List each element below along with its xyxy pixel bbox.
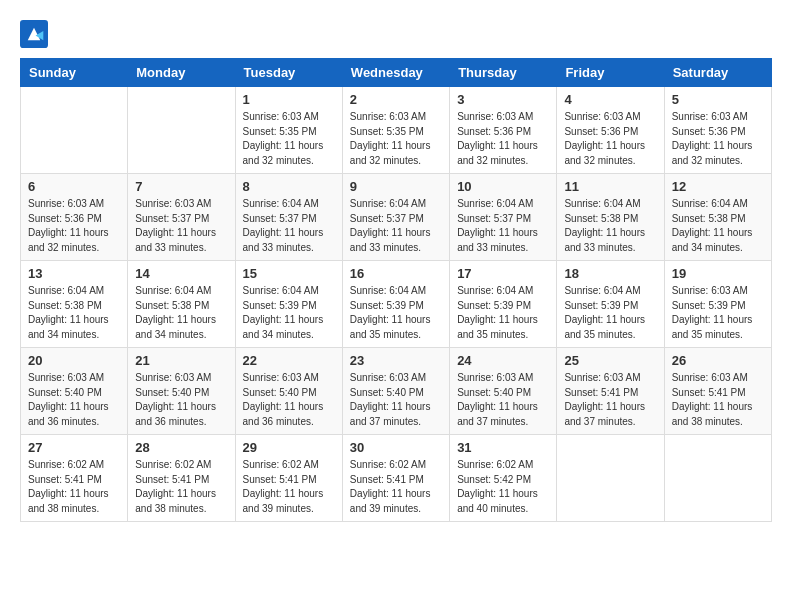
day-number: 30	[350, 440, 442, 455]
day-detail: Sunrise: 6:03 AMSunset: 5:36 PMDaylight:…	[28, 197, 120, 255]
calendar-cell: 17Sunrise: 6:04 AMSunset: 5:39 PMDayligh…	[450, 261, 557, 348]
day-detail: Sunrise: 6:04 AMSunset: 5:38 PMDaylight:…	[135, 284, 227, 342]
calendar-cell: 10Sunrise: 6:04 AMSunset: 5:37 PMDayligh…	[450, 174, 557, 261]
day-detail: Sunrise: 6:04 AMSunset: 5:37 PMDaylight:…	[457, 197, 549, 255]
logo-icon	[20, 20, 48, 48]
day-detail: Sunrise: 6:04 AMSunset: 5:38 PMDaylight:…	[672, 197, 764, 255]
calendar-cell: 21Sunrise: 6:03 AMSunset: 5:40 PMDayligh…	[128, 348, 235, 435]
calendar-cell: 20Sunrise: 6:03 AMSunset: 5:40 PMDayligh…	[21, 348, 128, 435]
calendar-week-3: 13Sunrise: 6:04 AMSunset: 5:38 PMDayligh…	[21, 261, 772, 348]
day-detail: Sunrise: 6:03 AMSunset: 5:36 PMDaylight:…	[457, 110, 549, 168]
day-number: 13	[28, 266, 120, 281]
weekday-header-thursday: Thursday	[450, 59, 557, 87]
calendar-cell: 8Sunrise: 6:04 AMSunset: 5:37 PMDaylight…	[235, 174, 342, 261]
calendar-table: SundayMondayTuesdayWednesdayThursdayFrid…	[20, 58, 772, 522]
day-detail: Sunrise: 6:03 AMSunset: 5:40 PMDaylight:…	[135, 371, 227, 429]
day-number: 26	[672, 353, 764, 368]
day-number: 16	[350, 266, 442, 281]
day-detail: Sunrise: 6:03 AMSunset: 5:40 PMDaylight:…	[243, 371, 335, 429]
weekday-header-row: SundayMondayTuesdayWednesdayThursdayFrid…	[21, 59, 772, 87]
calendar-cell: 7Sunrise: 6:03 AMSunset: 5:37 PMDaylight…	[128, 174, 235, 261]
day-detail: Sunrise: 6:02 AMSunset: 5:41 PMDaylight:…	[350, 458, 442, 516]
day-detail: Sunrise: 6:04 AMSunset: 5:37 PMDaylight:…	[243, 197, 335, 255]
calendar-cell: 22Sunrise: 6:03 AMSunset: 5:40 PMDayligh…	[235, 348, 342, 435]
day-detail: Sunrise: 6:04 AMSunset: 5:38 PMDaylight:…	[564, 197, 656, 255]
weekday-header-monday: Monday	[128, 59, 235, 87]
day-number: 2	[350, 92, 442, 107]
day-number: 28	[135, 440, 227, 455]
calendar-cell: 6Sunrise: 6:03 AMSunset: 5:36 PMDaylight…	[21, 174, 128, 261]
day-detail: Sunrise: 6:02 AMSunset: 5:42 PMDaylight:…	[457, 458, 549, 516]
calendar-cell: 9Sunrise: 6:04 AMSunset: 5:37 PMDaylight…	[342, 174, 449, 261]
calendar-cell: 11Sunrise: 6:04 AMSunset: 5:38 PMDayligh…	[557, 174, 664, 261]
day-detail: Sunrise: 6:04 AMSunset: 5:39 PMDaylight:…	[350, 284, 442, 342]
day-number: 9	[350, 179, 442, 194]
day-detail: Sunrise: 6:03 AMSunset: 5:40 PMDaylight:…	[350, 371, 442, 429]
calendar-cell: 1Sunrise: 6:03 AMSunset: 5:35 PMDaylight…	[235, 87, 342, 174]
day-detail: Sunrise: 6:02 AMSunset: 5:41 PMDaylight:…	[28, 458, 120, 516]
calendar-cell: 12Sunrise: 6:04 AMSunset: 5:38 PMDayligh…	[664, 174, 771, 261]
day-detail: Sunrise: 6:04 AMSunset: 5:39 PMDaylight:…	[457, 284, 549, 342]
day-detail: Sunrise: 6:04 AMSunset: 5:38 PMDaylight:…	[28, 284, 120, 342]
weekday-header-sunday: Sunday	[21, 59, 128, 87]
calendar-cell	[664, 435, 771, 522]
calendar-cell: 26Sunrise: 6:03 AMSunset: 5:41 PMDayligh…	[664, 348, 771, 435]
day-detail: Sunrise: 6:03 AMSunset: 5:41 PMDaylight:…	[672, 371, 764, 429]
calendar-cell: 19Sunrise: 6:03 AMSunset: 5:39 PMDayligh…	[664, 261, 771, 348]
day-detail: Sunrise: 6:04 AMSunset: 5:39 PMDaylight:…	[564, 284, 656, 342]
day-detail: Sunrise: 6:02 AMSunset: 5:41 PMDaylight:…	[243, 458, 335, 516]
day-detail: Sunrise: 6:03 AMSunset: 5:36 PMDaylight:…	[672, 110, 764, 168]
day-detail: Sunrise: 6:03 AMSunset: 5:37 PMDaylight:…	[135, 197, 227, 255]
day-number: 22	[243, 353, 335, 368]
day-number: 3	[457, 92, 549, 107]
day-number: 29	[243, 440, 335, 455]
day-number: 10	[457, 179, 549, 194]
day-number: 27	[28, 440, 120, 455]
calendar-cell	[128, 87, 235, 174]
calendar-cell: 2Sunrise: 6:03 AMSunset: 5:35 PMDaylight…	[342, 87, 449, 174]
page-header	[20, 20, 772, 48]
day-number: 11	[564, 179, 656, 194]
day-number: 14	[135, 266, 227, 281]
day-number: 21	[135, 353, 227, 368]
day-number: 12	[672, 179, 764, 194]
calendar-cell	[557, 435, 664, 522]
day-number: 25	[564, 353, 656, 368]
calendar-cell: 24Sunrise: 6:03 AMSunset: 5:40 PMDayligh…	[450, 348, 557, 435]
calendar-cell: 31Sunrise: 6:02 AMSunset: 5:42 PMDayligh…	[450, 435, 557, 522]
calendar-cell: 18Sunrise: 6:04 AMSunset: 5:39 PMDayligh…	[557, 261, 664, 348]
calendar-cell: 29Sunrise: 6:02 AMSunset: 5:41 PMDayligh…	[235, 435, 342, 522]
day-number: 6	[28, 179, 120, 194]
day-detail: Sunrise: 6:03 AMSunset: 5:36 PMDaylight:…	[564, 110, 656, 168]
calendar-week-5: 27Sunrise: 6:02 AMSunset: 5:41 PMDayligh…	[21, 435, 772, 522]
weekday-header-saturday: Saturday	[664, 59, 771, 87]
calendar-cell: 25Sunrise: 6:03 AMSunset: 5:41 PMDayligh…	[557, 348, 664, 435]
day-number: 24	[457, 353, 549, 368]
calendar-cell	[21, 87, 128, 174]
calendar-cell: 13Sunrise: 6:04 AMSunset: 5:38 PMDayligh…	[21, 261, 128, 348]
calendar-cell: 23Sunrise: 6:03 AMSunset: 5:40 PMDayligh…	[342, 348, 449, 435]
calendar-cell: 5Sunrise: 6:03 AMSunset: 5:36 PMDaylight…	[664, 87, 771, 174]
day-number: 1	[243, 92, 335, 107]
day-detail: Sunrise: 6:03 AMSunset: 5:41 PMDaylight:…	[564, 371, 656, 429]
calendar-cell: 28Sunrise: 6:02 AMSunset: 5:41 PMDayligh…	[128, 435, 235, 522]
logo	[20, 20, 52, 48]
day-detail: Sunrise: 6:04 AMSunset: 5:39 PMDaylight:…	[243, 284, 335, 342]
calendar-week-1: 1Sunrise: 6:03 AMSunset: 5:35 PMDaylight…	[21, 87, 772, 174]
calendar-cell: 16Sunrise: 6:04 AMSunset: 5:39 PMDayligh…	[342, 261, 449, 348]
day-detail: Sunrise: 6:04 AMSunset: 5:37 PMDaylight:…	[350, 197, 442, 255]
calendar-cell: 4Sunrise: 6:03 AMSunset: 5:36 PMDaylight…	[557, 87, 664, 174]
calendar-cell: 30Sunrise: 6:02 AMSunset: 5:41 PMDayligh…	[342, 435, 449, 522]
calendar-week-4: 20Sunrise: 6:03 AMSunset: 5:40 PMDayligh…	[21, 348, 772, 435]
day-number: 19	[672, 266, 764, 281]
day-number: 23	[350, 353, 442, 368]
calendar-cell: 27Sunrise: 6:02 AMSunset: 5:41 PMDayligh…	[21, 435, 128, 522]
day-detail: Sunrise: 6:03 AMSunset: 5:40 PMDaylight:…	[457, 371, 549, 429]
calendar-week-2: 6Sunrise: 6:03 AMSunset: 5:36 PMDaylight…	[21, 174, 772, 261]
day-detail: Sunrise: 6:03 AMSunset: 5:35 PMDaylight:…	[243, 110, 335, 168]
weekday-header-friday: Friday	[557, 59, 664, 87]
day-detail: Sunrise: 6:03 AMSunset: 5:39 PMDaylight:…	[672, 284, 764, 342]
weekday-header-tuesday: Tuesday	[235, 59, 342, 87]
day-detail: Sunrise: 6:03 AMSunset: 5:40 PMDaylight:…	[28, 371, 120, 429]
day-number: 5	[672, 92, 764, 107]
